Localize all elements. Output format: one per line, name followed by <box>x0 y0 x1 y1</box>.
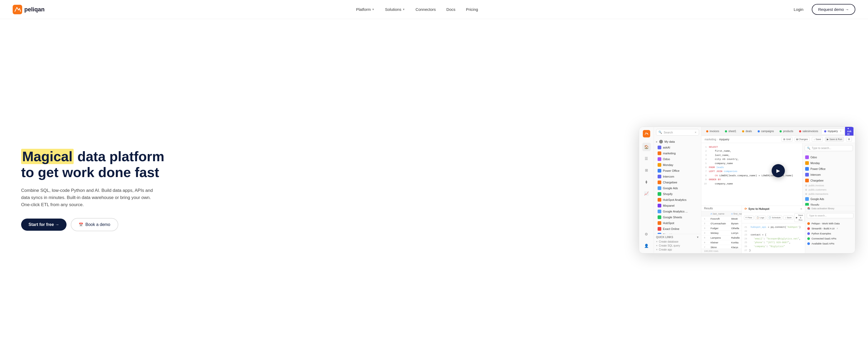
sync-panel: ⟳ Sync to Hubspot ✕ ≡ Flow 📋 <box>742 206 805 253</box>
sidebar-home-icon[interactable]: 🏠 <box>642 143 651 151</box>
sidebar-settings-icon[interactable]: ⚙ <box>642 230 651 239</box>
create-app-link[interactable]: + Create app <box>656 248 699 252</box>
tab-color-dot <box>706 130 708 132</box>
start-free-button[interactable]: Start for free → <box>21 219 66 231</box>
tree-item[interactable]: Pipedrive <box>654 232 701 234</box>
rp-item-chargebee[interactable]: Chargebee <box>803 177 855 184</box>
sidebar-chart-icon[interactable]: 📈 <box>642 189 651 198</box>
play-icon: ▶ <box>827 138 829 141</box>
activation-item[interactable]: Connected SaaS APIs <box>805 236 855 241</box>
logo[interactable]: peliqan <box>13 5 44 14</box>
rp-item-googleads[interactable]: Google Ads <box>803 196 855 202</box>
tab-deals[interactable]: deals <box>739 129 754 134</box>
tab-sheet1[interactable]: sheet1 <box>722 129 739 134</box>
rp-item-monday[interactable]: Monday <box>803 160 855 166</box>
sidebar-table-icon[interactable]: ☰ <box>642 154 651 163</box>
tab-salesinvoices[interactable]: salesinvoices <box>797 129 821 134</box>
close-icon[interactable]: ✕ <box>800 207 802 211</box>
sync-title: ⟳ Sync to Hubspot <box>744 207 769 211</box>
request-demo-button[interactable]: Request demo → <box>812 4 855 15</box>
tree-item[interactable]: Monday <box>654 162 701 168</box>
save-sync-button[interactable]: ↓ Save <box>783 216 793 220</box>
tab-myquery[interactable]: myquery ✕ <box>821 129 844 134</box>
tree-item[interactable]: HubSpot <box>654 220 701 226</box>
logs-button[interactable]: 📋 Logs <box>755 216 766 220</box>
tab-color-dot <box>824 130 826 132</box>
create-database-link[interactable]: + Create database <box>656 240 699 244</box>
tree-item[interactable]: Exact Online <box>654 226 701 232</box>
hero-title-highlight: Magical <box>21 149 74 164</box>
tree-item[interactable]: askAI <box>654 144 701 150</box>
nav-platform[interactable]: Platform ▼ <box>352 5 379 14</box>
sync-code-editor[interactable]: 21 hubspot_api = pq.connect('HubSpot') 2… <box>742 223 805 253</box>
play-button[interactable]: ▶ <box>772 164 785 177</box>
chevron-down-icon: ▼ <box>402 8 405 11</box>
activation-item[interactable]: Streamlit - Build A UI 4 <box>805 226 855 231</box>
grid-button[interactable]: ⊞ Grid <box>781 137 793 142</box>
tab-color-dot <box>725 130 727 132</box>
plus-icon: + <box>656 248 658 251</box>
col-header-lastname[interactable]: A last_name <box>708 211 728 217</box>
sync-code-line: 23 contact = { <box>744 233 802 237</box>
code-line: 5 company_name <box>702 162 802 165</box>
save-run-sync-button[interactable]: ▶ Save & Run <box>794 213 805 222</box>
flow-button[interactable]: ≡ Flow <box>744 216 754 220</box>
tree-item[interactable]: Power Office <box>654 168 701 174</box>
tab-campaigns[interactable]: campaigns <box>755 129 776 134</box>
tree-item[interactable]: Odoo <box>654 156 701 162</box>
tree-item[interactable]: Chargebee <box>654 179 701 185</box>
sidebar-grid-icon[interactable]: ⊞ <box>642 166 651 174</box>
tab-products[interactable]: products <box>777 129 796 134</box>
tree-item[interactable]: Google Ads <box>654 185 701 191</box>
save-run-button[interactable]: ▶ Save & Run <box>825 137 844 142</box>
hero-screenshot: 🏠 ☰ ⊞ ⧫ 📈 ⚙ 👤 🔍 Search ✕ ▶ <box>175 127 855 253</box>
activation-item[interactable]: Peliqan - Work With Data <box>805 221 855 226</box>
tree-item[interactable]: Intercom <box>654 174 701 179</box>
tree-item[interactable]: ▶ My data <box>654 139 701 144</box>
rp-item-intercom[interactable]: Intercom <box>803 172 855 177</box>
play-icon: ▶ <box>796 217 798 219</box>
tree-item[interactable]: Shopify <box>654 191 701 197</box>
tab-bar: invoices sheet1 deals campaigns <box>702 127 855 136</box>
connector-icon <box>658 157 661 161</box>
sidebar-connect-icon[interactable]: ⧫ <box>642 177 651 186</box>
code-line: 2 first_name, <box>702 149 802 153</box>
book-demo-button[interactable]: 📅 Book a demo <box>71 218 118 231</box>
nav-connectors[interactable]: Connectors <box>411 5 440 14</box>
settings-button[interactable]: ⚙ <box>846 137 852 142</box>
create-sql-link[interactable]: + Create SQL query <box>656 244 699 248</box>
tree-item[interactable]: Google Sheets <box>654 214 701 220</box>
item-dot <box>807 242 810 245</box>
rp-item-shopify[interactable]: Shopify <box>803 202 855 205</box>
activation-item[interactable]: Available SaaS APIs <box>805 241 855 246</box>
data-tree: ▶ My data askAI marketing <box>654 138 701 234</box>
nav-solutions[interactable]: Solutions ▼ <box>381 5 409 14</box>
close-icon[interactable]: ✕ <box>840 130 842 132</box>
activation-item[interactable]: Python Examples <box>805 231 855 236</box>
tree-item[interactable]: HubSpot Analytics <box>654 197 701 203</box>
code-editor[interactable]: 1 SELECT 2 first_name, 3 last_name, <box>702 143 802 205</box>
ask-ai-button[interactable]: ✦ Ask AI <box>845 127 854 136</box>
connector-icon <box>805 197 809 201</box>
table-icon: ⊞ <box>805 193 807 195</box>
search-icon: 🔍 <box>658 131 662 134</box>
tree-item[interactable]: Mixpanel <box>654 203 701 209</box>
nav-pricing[interactable]: Pricing <box>462 5 482 14</box>
rp-item-odoo[interactable]: Odoo <box>803 154 855 160</box>
tree-item[interactable]: Google Analytics ... <box>654 209 701 214</box>
connector-icon <box>658 204 661 207</box>
save-button[interactable]: ↓ Save <box>812 137 823 142</box>
schedule-button[interactable]: 🕐 Schedule <box>767 216 782 220</box>
tab-invoices[interactable]: invoices <box>704 129 722 134</box>
login-button[interactable]: Login <box>789 5 808 14</box>
sidebar-user-icon[interactable]: 👤 <box>642 242 651 250</box>
activation-search[interactable]: Type to search... <box>807 213 854 218</box>
tree-item[interactable]: marketing <box>654 150 701 156</box>
rp-item-poweroffice[interactable]: Power Office <box>803 166 855 172</box>
data-search-box[interactable]: 🔍 Search ✕ <box>656 129 699 136</box>
app-sidebar: 🏠 ☰ ⊞ ⧫ 📈 ⚙ 👤 <box>639 127 654 253</box>
right-panel-search[interactable]: 🔍 Type to search... <box>805 145 853 151</box>
nav-docs[interactable]: Docs <box>442 5 460 14</box>
col-header-firstname[interactable]: A first_name <box>728 211 742 217</box>
changes-button[interactable]: ⧫ Changes <box>795 137 810 142</box>
